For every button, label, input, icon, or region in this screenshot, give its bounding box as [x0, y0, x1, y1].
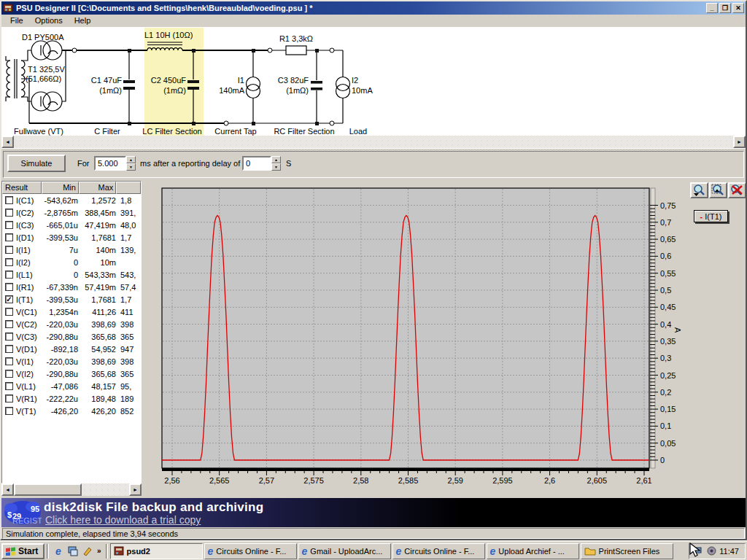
table-row[interactable]: I(C1)-543,62m1,25721,8 — [2, 194, 141, 206]
simulate-button[interactable]: Simulate — [7, 155, 66, 172]
table-row[interactable]: V(L1)-47,08648,15795, — [2, 380, 141, 392]
checkbox-checked[interactable]: ✓ — [5, 295, 13, 303]
menu-options[interactable]: Options — [29, 15, 69, 26]
table-row[interactable]: V(I2)-290,88u365,68365 — [2, 368, 141, 380]
scroll-left-icon[interactable]: ◄ — [1, 136, 14, 148]
task-button-psud2[interactable]: psud2 — [110, 543, 203, 559]
checkbox[interactable] — [5, 308, 13, 316]
table-row[interactable]: I(C3)-665,01u47,419m48,0 — [2, 219, 141, 231]
quicklaunch-overflow-chevron[interactable]: » — [95, 547, 104, 555]
svg-text:(1mΩ): (1mΩ) — [286, 86, 309, 95]
zoom-window-button[interactable] — [709, 182, 727, 198]
launch-internet-explorer-icon[interactable]: e — [52, 545, 65, 558]
taskbar-clock[interactable]: 11:47 — [719, 547, 739, 556]
zoom-out-button[interactable] — [690, 182, 708, 198]
menu-file[interactable]: File — [4, 15, 29, 26]
ad-banner[interactable]: $ 29 95 REGISTRATION disk2disk File back… — [1, 498, 746, 527]
table-row[interactable]: I(L1)0543,33m543, — [2, 268, 141, 281]
close-button[interactable]: ✕ — [732, 3, 744, 13]
checkbox[interactable] — [5, 345, 13, 353]
result-name: V(C1) — [13, 308, 41, 316]
checkbox[interactable] — [5, 370, 13, 378]
result-min: -892,18 — [41, 345, 78, 354]
minimize-button[interactable]: _ — [706, 3, 718, 13]
start-button[interactable]: Start — [1, 543, 44, 559]
result-name: I(C2) — [13, 209, 41, 217]
show-desktop-icon[interactable] — [66, 545, 80, 558]
task-button-upload-archief-[interactable]: eUpload Archief - ... — [487, 543, 579, 559]
result-name: V(T1) — [13, 407, 41, 416]
spin-down-icon[interactable]: ▼ — [271, 163, 281, 171]
scrollbar-thumb[interactable] — [14, 483, 82, 496]
task-button-circuits-online-f-[interactable]: eCircuits Online - F... — [392, 543, 485, 559]
checkbox[interactable] — [5, 332, 13, 341]
checkbox[interactable] — [5, 246, 13, 254]
table-row[interactable]: I(C2)-2,8765m388,45m391, — [2, 206, 141, 219]
table-row[interactable]: V(T1)-426,20426,20852 — [2, 405, 141, 417]
checkbox[interactable] — [5, 209, 13, 217]
x-tick-label: 2,6 — [544, 476, 555, 485]
result-min: -220,03u — [41, 320, 78, 329]
table-row[interactable]: V(I1)-220,03u398,69398 — [2, 355, 141, 368]
checkbox[interactable] — [5, 196, 13, 204]
task-label: Circuits Online - F... — [404, 547, 474, 556]
checkbox[interactable] — [5, 320, 13, 328]
checkbox[interactable] — [5, 283, 13, 291]
task-button-circuits-online-f-[interactable]: eCircuits Online - F... — [204, 543, 297, 559]
column-header-min[interactable]: Min — [42, 182, 78, 194]
result-extra: 189 — [116, 394, 139, 403]
table-row[interactable]: V(C2)-220,03u398,69398 — [2, 318, 141, 330]
spin-down-icon[interactable]: ▼ — [126, 163, 136, 171]
results-table-scrollbar[interactable]: ◄ ► — [1, 483, 142, 496]
scroll-right-icon[interactable]: ► — [733, 136, 746, 148]
checkbox[interactable] — [5, 258, 13, 266]
column-header-extra[interactable] — [116, 182, 141, 194]
menu-help[interactable]: Help — [69, 15, 97, 26]
circuit-scrollbar[interactable]: ◄ ► — [1, 136, 746, 148]
checkbox[interactable] — [5, 394, 13, 402]
x-tick-label: 2,565 — [209, 476, 230, 485]
spin-up-icon[interactable]: ▲ — [126, 156, 136, 163]
zoom-cancel-button[interactable] — [728, 182, 746, 198]
section-label: C Filter — [94, 127, 120, 136]
spin-up-icon[interactable]: ▲ — [271, 156, 281, 163]
result-min: -543,62m — [41, 196, 78, 205]
circuit-canvas[interactable]: D1 PY500A T1 325,5V (51,666Ω) C1 47uF (1… — [1, 27, 746, 136]
table-row[interactable]: V(C1)1,2354n411,26411 — [2, 306, 141, 318]
restore-button[interactable]: ❐ — [719, 3, 731, 13]
delay-stepper[interactable]: ▲ ▼ — [271, 156, 281, 171]
result-max: 543,33m — [78, 271, 116, 279]
table-row[interactable]: V(R1)-222,22u189,48189 — [2, 392, 141, 405]
duration-input[interactable] — [94, 156, 126, 171]
table-row[interactable]: V(D1)-892,1854,952947 — [2, 343, 141, 355]
title-bar[interactable]: PSU Designer II [C:\Documents and Settin… — [1, 1, 746, 15]
column-header-result[interactable]: Result — [2, 182, 42, 194]
x-axis-ticks — [172, 471, 644, 475]
checkbox[interactable] — [5, 357, 13, 365]
delay-input[interactable] — [242, 156, 271, 171]
result-min: -290,88u — [41, 370, 78, 378]
column-header-max[interactable]: Max — [79, 182, 116, 194]
checkbox[interactable] — [5, 221, 13, 229]
tray-volume-icon[interactable] — [707, 546, 716, 556]
table-row[interactable]: I(I2)010m — [2, 256, 141, 268]
task-button-gmail-uploadarc-[interactable]: eGmail - UploadArc... — [298, 543, 391, 559]
ad-link[interactable]: Click here to download a trial copy — [45, 514, 201, 526]
checkbox[interactable] — [5, 233, 13, 241]
table-row[interactable]: I(I1)7u140m139, — [2, 244, 141, 256]
checkbox[interactable] — [5, 271, 13, 279]
table-row[interactable]: ✓I(T1)-399,53u1,76811,7 — [2, 293, 141, 306]
y-tick-label: 0,55 — [660, 269, 676, 278]
table-row[interactable]: I(R1)-67,339n57,419m57,4 — [2, 281, 141, 293]
waveform-chart[interactable]: 2,562,5652,572,5752,582,5852,592,5952,62… — [143, 179, 746, 498]
task-button-printscreen-files[interactable]: PrintScreen Files — [581, 543, 673, 559]
result-max: 1,7681 — [78, 295, 116, 304]
duration-stepper[interactable]: ▲ ▼ — [126, 156, 136, 171]
scroll-right-icon[interactable]: ► — [129, 483, 142, 496]
scroll-left-icon[interactable]: ◄ — [1, 483, 14, 496]
checkbox[interactable] — [5, 407, 13, 415]
launch-app-icon[interactable] — [81, 545, 94, 558]
checkbox[interactable] — [5, 382, 13, 390]
table-row[interactable]: I(D1)-399,53u1,76811,7 — [2, 231, 141, 244]
table-row[interactable]: V(C3)-290,88u365,68365 — [2, 330, 141, 343]
